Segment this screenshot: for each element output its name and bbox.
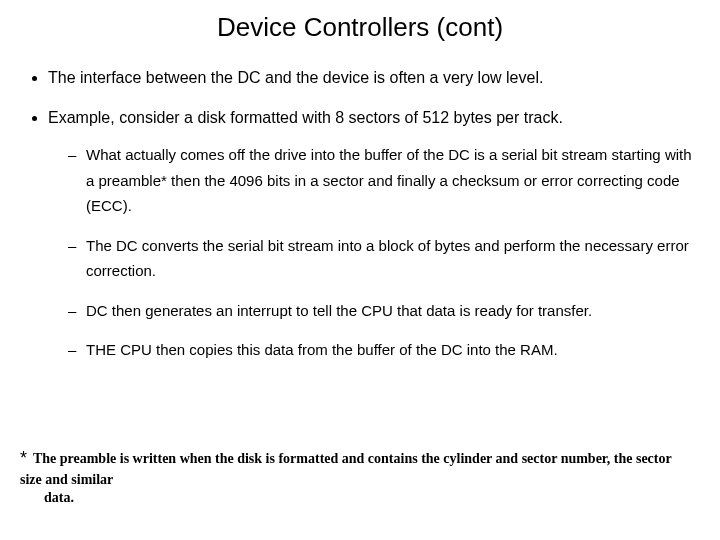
slide-title: Device Controllers (cont) xyxy=(20,12,700,43)
slide: Device Controllers (cont) The interface … xyxy=(0,0,720,540)
bullet-item-2: Example, consider a disk formatted with … xyxy=(48,105,700,363)
footnote-text-line1: The preamble is written when the disk is… xyxy=(20,451,671,487)
sub-bullet-list: What actually comes off the drive into t… xyxy=(48,142,700,363)
sub-bullet-2: The DC converts the serial bit stream in… xyxy=(72,233,700,284)
bullet-list: The interface between the DC and the dev… xyxy=(20,65,700,363)
bullet-item-2-text: Example, consider a disk formatted with … xyxy=(48,109,563,126)
sub-bullet-3: DC then generates an interrupt to tell t… xyxy=(72,298,700,324)
footnote: * The preamble is written when the disk … xyxy=(20,448,690,506)
footnote-star-icon: * xyxy=(20,448,27,469)
sub-bullet-1: What actually comes off the drive into t… xyxy=(72,142,700,219)
footnote-text-line2: data. xyxy=(44,490,690,506)
sub-bullet-4: THE CPU then copies this data from the b… xyxy=(72,337,700,363)
bullet-item-1: The interface between the DC and the dev… xyxy=(48,65,700,91)
